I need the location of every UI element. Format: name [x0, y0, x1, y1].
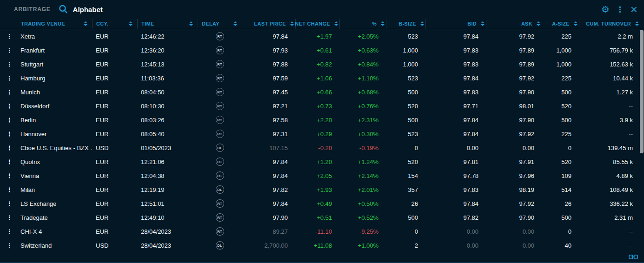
sort-icon[interactable]: [574, 21, 578, 26]
row-menu-icon[interactable]: ⋮: [4, 242, 15, 249]
sort-icon[interactable]: [420, 21, 424, 26]
column-header[interactable]: TRADING VENUE: [17, 19, 92, 29]
sort-icon[interactable]: [129, 21, 133, 26]
table-row[interactable]: ⋮ LS Exchange EUR 12:51:01 RT 97.84 +0.4…: [0, 197, 644, 210]
table-row[interactable]: ⋮ Vienna EUR 12:04:38 RT 97.84 +2.05 +2.…: [0, 169, 644, 183]
table-scrollbar-thumb[interactable]: [640, 30, 644, 153]
sort-icon[interactable]: [290, 21, 294, 26]
delay-badge: RT: [216, 88, 224, 96]
row-menu-icon[interactable]: ⋮: [4, 61, 15, 68]
table-row[interactable]: ⋮ Milan EUR 12:19:19 DL 97.82 +1.93 +2.0…: [0, 183, 644, 197]
column-header[interactable]: ASK: [486, 19, 542, 29]
cell-ask-size: 500: [542, 214, 579, 221]
row-menu-icon[interactable]: ⋮: [4, 200, 15, 207]
cell-ask-size: 520: [542, 103, 579, 110]
table-row[interactable]: ⋮ Tradegate EUR 12:49:10 RT 97.90 +0.51 …: [0, 210, 644, 224]
table-scrollbar[interactable]: [640, 30, 644, 252]
table-row[interactable]: ⋮ Hamburg EUR 11:03:36 RT 97.59 +1.06 +1…: [0, 71, 644, 85]
cell-pct-change: +1.10%: [339, 75, 386, 82]
cell-ask-size: 225: [542, 33, 579, 40]
link-channel-icon[interactable]: [629, 254, 638, 260]
cell-cum-turnover: --: [579, 131, 640, 138]
sort-icon[interactable]: [381, 21, 385, 26]
column-header[interactable]: B-SIZE: [386, 19, 425, 29]
cell-net-change: -0.20: [295, 145, 339, 151]
sort-icon[interactable]: [233, 21, 237, 26]
column-header[interactable]: A-SIZE: [542, 19, 579, 29]
sort-icon[interactable]: [537, 21, 540, 26]
cell-ccy: EUR: [92, 228, 137, 235]
cell-cum-turnover: 336.22 k: [579, 200, 640, 207]
row-menu-icon[interactable]: ⋮: [4, 228, 15, 235]
more-options-icon[interactable]: ⋮: [616, 6, 624, 13]
cell-venue: Hannover: [17, 131, 92, 138]
row-menu-icon[interactable]: ⋮: [4, 47, 15, 54]
sort-icon[interactable]: [481, 21, 485, 26]
row-menu-icon[interactable]: ⋮: [4, 214, 15, 221]
instrument-name[interactable]: Alphabet: [73, 6, 103, 13]
sort-icon[interactable]: [189, 21, 193, 26]
table-row[interactable]: ⋮ Cboe U.S. Equities - BZX ... USD 01/05…: [0, 141, 644, 155]
delay-badge: RT: [216, 227, 224, 236]
row-menu-icon[interactable]: ⋮: [4, 172, 15, 179]
row-menu-icon[interactable]: ⋮: [4, 89, 15, 96]
column-header[interactable]: NET CHANGE: [295, 19, 339, 29]
row-menu-icon[interactable]: ⋮: [4, 186, 15, 193]
sort-icon[interactable]: [84, 21, 87, 26]
table-row[interactable]: ⋮ Switzerland USD 28/04/2023 DL 2,700.00…: [0, 238, 644, 252]
table-row[interactable]: ⋮ Düsseldorf EUR 08:10:30 RT 97.21 +0.73…: [0, 99, 644, 113]
cell-cum-turnover: --: [579, 103, 640, 110]
row-menu-icon[interactable]: ⋮: [4, 75, 15, 82]
cell-last-price: 89.27: [242, 228, 295, 235]
row-menu-icon[interactable]: ⋮: [4, 158, 15, 165]
column-header[interactable]: TIME: [137, 19, 198, 29]
table-row[interactable]: ⋮ Hannover EUR 08:05:40 RT 97.31 +0.29 +…: [0, 127, 644, 141]
cell-pct-change: +2.01%: [339, 186, 386, 193]
cell-last-price: 97.88: [242, 61, 295, 68]
delay-badge: RT: [216, 102, 224, 110]
cell-ask: 0.00: [486, 228, 542, 235]
settings-gear-icon[interactable]: ⚙: [601, 5, 610, 14]
column-header[interactable]: CCY.: [92, 19, 137, 29]
column-header[interactable]: %: [339, 19, 386, 29]
row-menu-icon[interactable]: ⋮: [4, 103, 15, 110]
close-icon[interactable]: ×: [631, 5, 637, 14]
row-menu-icon[interactable]: ⋮: [4, 117, 15, 124]
sort-icon[interactable]: [635, 21, 639, 26]
table-row[interactable]: ⋮ Quotrix EUR 12:21:06 RT 97.84 +1.20 +1…: [0, 155, 644, 169]
column-header[interactable]: BID: [425, 19, 486, 29]
cell-bid-size: 500: [386, 117, 425, 124]
cell-net-change: +0.82: [295, 61, 339, 68]
cell-bid: 97.78: [425, 172, 486, 179]
sort-icon[interactable]: [334, 21, 338, 26]
cell-net-change: +1.20: [295, 158, 339, 165]
column-label: NET CHANGE: [295, 21, 330, 26]
column-header[interactable]: CUM. TURNOVER: [579, 19, 640, 29]
row-menu-icon[interactable]: ⋮: [4, 145, 15, 151]
column-header[interactable]: DELAY: [198, 19, 242, 29]
table-row[interactable]: ⋮ CHI-X 4 EUR 28/04/2023 RT 89.27 -11.10…: [0, 224, 644, 238]
delay-badge: RT: [216, 130, 224, 138]
cell-time: 12:46:22: [137, 33, 198, 40]
cell-bid-size: 520: [386, 103, 425, 110]
cell-pct-change: +0.68%: [339, 89, 386, 96]
cell-ccy: EUR: [92, 158, 137, 165]
cell-net-change: +1.93: [295, 186, 339, 193]
table-row[interactable]: ⋮ Berlin EUR 08:03:26 RT 97.58 +2.20 +2.…: [0, 113, 644, 127]
table-row[interactable]: ⋮ Frankfurt EUR 12:36:20 RT 97.93 +0.61 …: [0, 43, 644, 57]
row-menu-icon[interactable]: ⋮: [4, 131, 15, 138]
column-label: BID: [467, 21, 477, 26]
cell-pct-change: -9.25%: [339, 228, 386, 235]
cell-bid-size: 154: [386, 172, 425, 179]
cell-venue: Vienna: [17, 172, 92, 179]
table-row[interactable]: ⋮ Xetra EUR 12:46:22 RT 97.84 +1.97 +2.0…: [0, 29, 644, 43]
column-header[interactable]: LAST PRICE: [242, 19, 295, 29]
cell-bid-size: 523: [386, 131, 425, 138]
row-menu-icon[interactable]: ⋮: [4, 33, 15, 40]
column-label: TRADING VENUE: [21, 21, 65, 26]
table-row[interactable]: ⋮ Munich EUR 08:04:50 RT 97.45 +0.66 +0.…: [0, 85, 644, 99]
column-header[interactable]: [0, 19, 17, 29]
cell-venue: Stuttgart: [17, 61, 92, 68]
search-icon[interactable]: [58, 4, 68, 14]
table-row[interactable]: ⋮ Stuttgart EUR 12:45:13 RT 97.88 +0.82 …: [0, 57, 644, 71]
